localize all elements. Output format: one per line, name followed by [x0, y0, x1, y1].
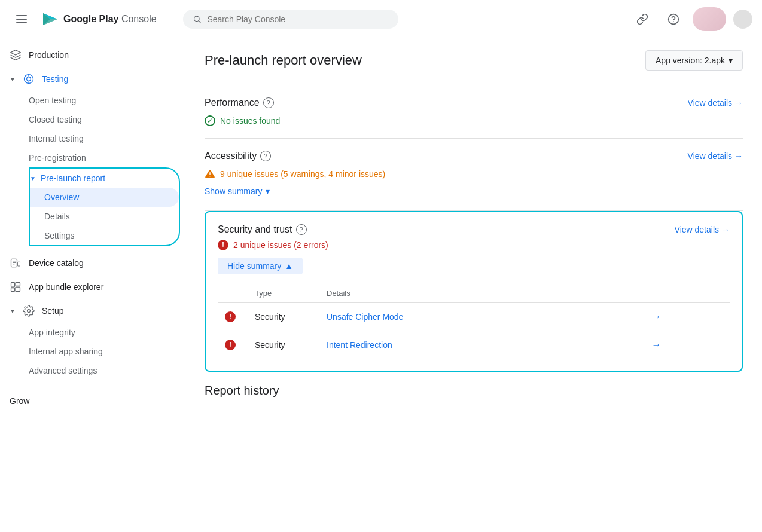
closed-testing-label: Closed testing [29, 115, 82, 124]
row1-detail-link[interactable]: Unsafe Cipher Mode [327, 312, 403, 322]
security-arrow-icon: → [721, 225, 730, 234]
accessibility-help-icon[interactable]: ? [260, 151, 271, 161]
security-summary-table: Type Details ! Security Unsafe Cipher Mo… [218, 284, 730, 359]
table-row: ! Security Intent Redirection → [218, 331, 730, 359]
setup-label: Setup [42, 306, 64, 316]
sidebar-item-closed-testing[interactable]: Closed testing [29, 110, 180, 129]
row2-arrow-button[interactable]: → [651, 340, 661, 350]
overview-label: Overview [44, 192, 79, 202]
accessibility-status-text: 9 unique issues (5 warnings, 4 minor iss… [220, 169, 385, 179]
sidebar-item-testing[interactable]: ▼ Testing [0, 67, 185, 91]
row2-detail-link[interactable]: Intent Redirection [327, 340, 392, 350]
settings-label: Settings [44, 231, 75, 240]
check-icon: ✓ [205, 115, 215, 126]
svg-point-5 [27, 77, 31, 81]
hide-summary-button[interactable]: Hide summary ▲ [218, 258, 303, 274]
show-summary-chevron-icon: ▾ [266, 186, 270, 196]
search-input[interactable] [207, 14, 388, 24]
row1-type-cell: Security [248, 303, 319, 331]
sidebar-item-production[interactable]: Production [0, 43, 180, 67]
row1-error-icon: ! [225, 311, 236, 322]
performance-header: Performance ? View details → [205, 97, 743, 108]
performance-status: ✓ No issues found [205, 115, 743, 126]
security-title: Security and trust [218, 224, 292, 235]
accessibility-view-details[interactable]: View details → [688, 151, 743, 161]
pre-launch-report-group: ▼ Pre-launch report Overview Details Set… [29, 167, 180, 246]
sidebar-item-app-integrity[interactable]: App integrity [29, 323, 180, 342]
show-summary-label: Show summary [205, 186, 262, 196]
help-button[interactable] [662, 7, 685, 31]
row1-detail-cell: Unsafe Cipher Mode [319, 303, 644, 331]
table-row: ! Security Unsafe Cipher Mode → [218, 303, 730, 331]
production-icon [10, 49, 22, 61]
sidebar-item-settings[interactable]: Settings [30, 226, 179, 245]
main-layout: Production ▼ Testing Open testing Closed… [0, 38, 762, 532]
topbar-actions [630, 7, 752, 31]
sidebar-item-internal-app-sharing[interactable]: Internal app sharing [29, 342, 180, 361]
sidebar-item-pre-registration[interactable]: Pre-registration [29, 148, 180, 167]
menu-button[interactable] [10, 7, 33, 31]
sidebar-item-advanced-settings[interactable]: Advanced settings [29, 361, 180, 380]
svg-point-3 [673, 21, 674, 22]
link-button[interactable] [630, 7, 654, 31]
security-view-details[interactable]: View details → [675, 225, 730, 234]
sidebar-item-pre-launch-report[interactable]: ▼ Pre-launch report [30, 169, 179, 188]
report-history-title: Report history [205, 384, 743, 398]
row1-icon-cell: ! [218, 303, 248, 331]
topbar: Google Play Console [0, 0, 762, 38]
app-integrity-label: App integrity [29, 328, 75, 337]
sidebar-item-open-testing[interactable]: Open testing [29, 91, 180, 110]
row1-arrow-button[interactable]: → [651, 311, 661, 322]
sidebar-item-app-bundle[interactable]: App bundle explorer [0, 275, 180, 299]
svg-rect-14 [11, 288, 15, 292]
search-bar[interactable] [183, 10, 398, 29]
performance-view-details-label: View details [688, 98, 732, 108]
security-help-icon[interactable]: ? [296, 224, 307, 235]
svg-point-19 [209, 176, 211, 177]
version-button[interactable]: App version: 2.apk ▾ [645, 50, 743, 71]
logo: Google Play Console [41, 10, 157, 29]
app-bundle-label: App bundle explorer [29, 282, 103, 292]
warning-icon [205, 169, 215, 179]
sidebar-item-device-catalog[interactable]: Device catalog [0, 251, 180, 275]
pre-registration-label: Pre-registration [29, 153, 86, 163]
sidebar-item-setup[interactable]: ▼ Setup [0, 299, 185, 323]
svg-rect-13 [11, 283, 15, 288]
performance-section: Performance ? View details → ✓ No issues… [205, 85, 743, 139]
page-header: Pre-launch report overview App version: … [205, 50, 743, 71]
accessibility-title: Accessibility [205, 151, 257, 161]
accessibility-view-details-label: View details [688, 151, 732, 161]
version-label: App version: 2.apk [656, 56, 725, 65]
svg-rect-15 [16, 283, 20, 286]
sidebar-item-internal-testing[interactable]: Internal testing [29, 129, 180, 148]
sidebar-item-overview[interactable]: Overview [30, 188, 179, 207]
security-title-group: Security and trust ? [218, 224, 307, 235]
security-status: ! 2 unique issues (2 errors) [218, 240, 730, 250]
row2-detail-cell: Intent Redirection [319, 331, 644, 359]
svg-point-17 [27, 310, 30, 313]
open-testing-label: Open testing [29, 96, 76, 105]
link-icon [636, 13, 648, 25]
avatar[interactable] [733, 10, 752, 29]
row2-action-cell: → [644, 331, 730, 359]
show-summary-button[interactable]: Show summary ▾ [205, 184, 270, 198]
performance-help-icon[interactable]: ? [263, 97, 274, 108]
sidebar: Production ▼ Testing Open testing Closed… [0, 38, 185, 532]
pre-launch-report-label: Pre-launch report [41, 173, 105, 183]
sidebar-production-label: Production [29, 50, 69, 60]
table-type-header: Type [248, 284, 319, 303]
sidebar-item-details[interactable]: Details [30, 207, 179, 226]
details-label: Details [44, 212, 70, 221]
accessibility-title-group: Accessibility ? [205, 151, 271, 161]
row2-type-cell: Security [248, 331, 319, 359]
sidebar-item-grow[interactable]: Grow [0, 390, 185, 412]
setup-chevron: ▼ [10, 308, 16, 314]
accessibility-status: 9 unique issues (5 warnings, 4 minor iss… [205, 169, 743, 179]
performance-view-details[interactable]: View details → [688, 98, 743, 108]
sidebar-testing-label: Testing [42, 74, 68, 84]
performance-status-text: No issues found [220, 116, 280, 126]
svg-rect-8 [11, 259, 17, 267]
version-chevron-icon: ▾ [729, 56, 733, 65]
security-view-details-label: View details [675, 225, 719, 234]
hide-summary-label: Hide summary [227, 261, 281, 271]
